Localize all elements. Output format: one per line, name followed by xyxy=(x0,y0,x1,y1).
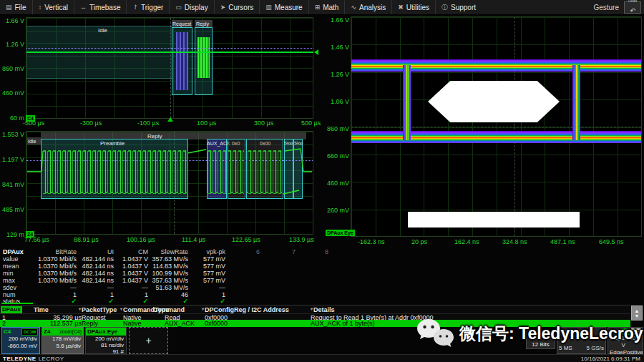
z4-xtick: 133.9 µs xyxy=(289,237,314,243)
z4-xtick: 77.66 µs xyxy=(24,237,49,243)
decode-col-time[interactable]: Time xyxy=(34,306,49,313)
menu-file[interactable]: File xyxy=(0,0,33,14)
eye-ytick: 1.06 V xyxy=(326,99,349,105)
measure-cell: 577 mV xyxy=(188,255,225,263)
eye-xtick: 20 ps xyxy=(411,239,427,245)
measure-cell: — xyxy=(114,284,148,291)
c4-request-burst xyxy=(176,32,188,90)
menu-utilities[interactable]: Utilities xyxy=(392,0,436,14)
c4-trace-level-marker-icon[interactable] xyxy=(314,49,318,55)
measure-col-header[interactable]: vpk-pk xyxy=(188,248,225,255)
descriptor-eye[interactable]: DPAux Eye 200 mV/div 81 ns/div 91 # xyxy=(85,327,127,354)
measure-col-header[interactable]: UI xyxy=(77,248,114,255)
menu-vertical-label: Vertical xyxy=(44,4,68,11)
status-check-icon: ✓ xyxy=(114,298,148,305)
eye-xtick: 162.4 ns xyxy=(454,239,479,245)
decode-col-command[interactable]: Command xyxy=(153,306,185,313)
descriptor-c4-name: C4 xyxy=(4,328,11,336)
trigger-box[interactable]: C4 DC Stop 1.100 V Edge Positive xyxy=(608,327,643,354)
eye-ytick: 460 mV xyxy=(326,180,349,187)
menu-timebase[interactable]: Timebase xyxy=(74,0,127,14)
measure-cell: 1.0437 V xyxy=(114,255,148,263)
measure-icon xyxy=(265,4,272,11)
c4-trigger-marker-icon[interactable] xyxy=(167,117,173,122)
measure-col-header[interactable]: 6 xyxy=(225,248,260,255)
decode-cell-address: 0xf0000 xyxy=(205,320,228,327)
timebase-samples: 5 MS xyxy=(559,345,572,352)
decode-col-address[interactable]: DPConfigReg / I2C Address xyxy=(202,306,289,313)
decode-row-selected[interactable]: 2 112.537 µs Reply Native AUX_ACK 0xf000… xyxy=(0,320,630,327)
trigger-level: 1.100 V xyxy=(621,335,641,349)
measure-cell: 100.99 MV/s xyxy=(148,270,188,277)
menu-cursors[interactable]: Cursors xyxy=(215,0,260,14)
descriptor-z4-name: Z4 xyxy=(44,328,50,336)
menu-math[interactable]: Math xyxy=(309,0,346,14)
measure-title[interactable]: DPAux xyxy=(3,248,33,255)
descriptor-eye-timebase: 81 ns/div xyxy=(86,342,126,348)
analysis-icon xyxy=(351,4,356,11)
datetime: 10/16/2021 6:09:31 PM xyxy=(581,356,644,362)
eye-high-level-trace xyxy=(351,59,641,72)
timebase-rate: 5 GS/s xyxy=(587,345,604,352)
menu-vertical[interactable]: Vertical xyxy=(33,0,74,14)
menu-file-label: File xyxy=(15,4,26,11)
z4-xtick: 88.91 µs xyxy=(74,237,99,243)
c4-trace[interactable] xyxy=(26,52,313,53)
measure-cell: 482.144 ns xyxy=(77,263,114,270)
trigger-mode: Stop xyxy=(610,335,621,349)
menu-analysis[interactable]: Analysis xyxy=(345,0,392,14)
measure-cell: 357.63 MV/s xyxy=(148,255,188,263)
c4-ytick: 1.26 V xyxy=(1,41,24,48)
menu-cursors-label: Cursors xyxy=(228,4,253,11)
c4-xtick: -300 µs xyxy=(80,120,102,127)
z4-ytick: 1.197 V xyxy=(1,157,24,163)
file-icon xyxy=(6,4,12,11)
decode-scrollbar[interactable] xyxy=(631,305,643,321)
panel-c4: 1.66 V 1.26 V 860 mV 460 mV 60 m C4 -500… xyxy=(0,15,323,129)
status-check-icon: ✓ xyxy=(188,298,225,305)
menu-support[interactable]: Support xyxy=(436,0,482,14)
gesture-label: Gesture xyxy=(593,4,624,11)
c4-request-label: Request xyxy=(172,21,191,27)
decode-cell-command: AUX_ACK xyxy=(165,320,195,327)
c4-ytick: 1.66 V xyxy=(1,18,24,24)
decode-row-num: 2 xyxy=(2,320,6,327)
measure-col-header[interactable]: BitRate xyxy=(33,248,77,255)
decode-badge[interactable]: DPAux xyxy=(1,306,22,313)
menu-measure[interactable]: Measure xyxy=(260,0,308,14)
scroll-up-icon[interactable] xyxy=(635,308,640,313)
eye-mask-bottom-rect xyxy=(408,212,580,228)
brand-logo-light: LECROY xyxy=(39,356,64,362)
acquisition-box[interactable]: 12 Bits xyxy=(526,331,555,349)
menu-display[interactable]: Display xyxy=(170,0,214,14)
timebase-box[interactable]: Timebase 5 MS 5 GS/s xyxy=(557,327,606,354)
scroll-down-icon[interactable] xyxy=(635,313,640,318)
measure-col-header[interactable]: 7 xyxy=(260,248,296,255)
decode-cell-time: 112.537 µs xyxy=(36,320,82,327)
measure-cell: 114.83 MV/s xyxy=(148,263,188,270)
utilities-icon xyxy=(398,4,404,11)
measure-col-header[interactable]: 8 xyxy=(296,248,328,255)
decode-col-details[interactable]: Details xyxy=(311,306,335,313)
menu-measure-label: Measure xyxy=(275,4,303,11)
eye-axis-badge[interactable]: DPAux Eye xyxy=(326,230,355,236)
menu-support-label: Support xyxy=(451,4,476,11)
measure-cell: 482.144 ns xyxy=(77,255,114,263)
panel-z4: 1.553 V 1.197 V 841 mV 485 mV 129 m Z4 7… xyxy=(0,129,323,248)
descriptor-c4[interactable]: C4 DC1M 200 mV/div -860.00 mV xyxy=(1,327,40,354)
undo-button[interactable]: Undo xyxy=(624,1,641,14)
menu-trigger[interactable]: Trigger xyxy=(127,0,170,14)
descriptor-c4-offset: -860.00 mV xyxy=(2,343,39,350)
status-bar: TELEDYNE LECROY 10/16/2021 6:09:31 PM xyxy=(0,354,644,362)
measure-col-header[interactable]: CM xyxy=(114,248,148,255)
decode-col-packettype[interactable]: PacketType xyxy=(79,306,117,313)
eye-ytick: 1.26 V xyxy=(326,72,349,78)
measure-cell: — xyxy=(188,284,225,291)
measure-col-header[interactable]: SlewRate xyxy=(148,248,188,255)
c4-xtick: -100 µs xyxy=(137,120,159,127)
descriptor-z4[interactable]: Z4 zoom(C4) 178 mV/div 5.6 µs/div xyxy=(42,327,84,354)
decode-cell-commandtype: Native xyxy=(123,320,142,327)
c4-ytick: 60 m xyxy=(1,115,24,122)
decode-row[interactable]: 1 35.299 µs Request Native Read 0xf0000 … xyxy=(0,313,630,320)
add-trace-button[interactable]: + xyxy=(129,327,168,354)
